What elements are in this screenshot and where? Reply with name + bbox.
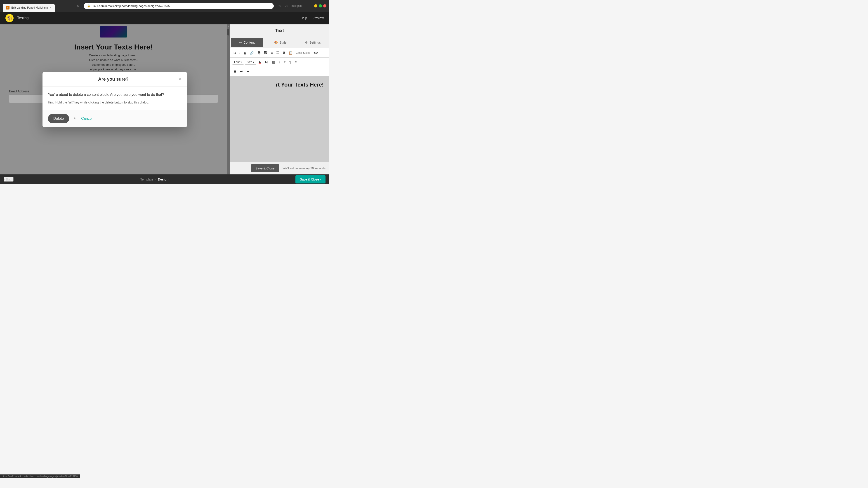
mailchimp-logo[interactable]: 🐒: [5, 14, 13, 22]
canvas-area: Insert Your Texts Here! Create a simple …: [0, 24, 230, 174]
preview-btn[interactable]: Preview: [312, 16, 324, 20]
browser-controls: ← → ↻: [62, 3, 80, 9]
maximize-btn[interactable]: □: [319, 4, 322, 7]
undo-btn[interactable]: ↩: [239, 69, 244, 74]
browser-actions: ☆ ▱ Incognito ⋮: [277, 3, 311, 9]
confirm-dialog: Are you sure? × You're about to delete a…: [42, 72, 187, 127]
back-btn[interactable]: ←: [62, 3, 67, 9]
tab-style[interactable]: 🎨 Style: [264, 37, 297, 48]
panel-preview-area: rt Your Texts Here!: [230, 76, 329, 162]
app-header: 🐒 Testing Help Preview: [0, 12, 329, 24]
font-label: Font: [234, 61, 240, 64]
panel-preview-text: rt Your Texts Here!: [232, 79, 327, 91]
main-layout: Insert Your Texts Here! Create a simple …: [0, 24, 329, 174]
copy-btn[interactable]: ⧉: [281, 50, 286, 56]
align-justify-btn[interactable]: ☰: [232, 69, 238, 74]
delete-button[interactable]: Delete: [48, 114, 69, 123]
modal-title: Are you sure?: [48, 76, 179, 82]
font-dropdown[interactable]: Font ▾: [232, 60, 244, 65]
modal-close-btn[interactable]: ×: [179, 76, 182, 82]
modal-hint: Hint: Hold the "alt" key while clicking …: [48, 100, 182, 105]
tab-close-btn[interactable]: ×: [50, 6, 52, 9]
font-size-up-btn[interactable]: A↑: [263, 59, 270, 65]
tab-favicon: 🐵: [6, 6, 9, 9]
indent-out-btn[interactable]: T: [283, 59, 287, 65]
size-dropdown[interactable]: Size ▾: [245, 60, 256, 65]
indent-btn[interactable]: ↓: [277, 59, 282, 65]
toolbar-row3: ☰ ↩ ↪: [230, 67, 329, 76]
code-btn[interactable]: </>: [312, 50, 319, 56]
incognito-label: Incognito: [290, 3, 303, 8]
active-tab[interactable]: 🐵 Edit Landing Page | Mailchimp ×: [3, 4, 55, 12]
save-close-green-btn[interactable]: Save & Close ›: [296, 175, 326, 184]
window-controls: _ □ ×: [314, 4, 327, 7]
style-tab-icon: 🎨: [274, 41, 278, 44]
modal-overlay: Are you sure? × You're about to delete a…: [0, 24, 230, 174]
app-header-right: Help Preview: [301, 16, 324, 20]
address-text: us21.admin.mailchimp.com/landing-pages/d…: [92, 4, 170, 8]
browser-tabs: 🐵 Edit Landing Page | Mailchimp × +: [3, 0, 58, 12]
breadcrumb: Template › Design: [141, 177, 168, 181]
unordered-list-btn[interactable]: ☰: [275, 50, 281, 56]
cancel-button[interactable]: Cancel: [81, 117, 92, 121]
cursor-indicator: ↖: [74, 116, 76, 121]
modal-footer: Delete ↖ Cancel: [42, 110, 187, 127]
close-btn[interactable]: ×: [323, 4, 327, 7]
link-btn[interactable]: 🔗: [248, 50, 255, 56]
align-right-btn[interactable]: ¶: [288, 59, 292, 65]
toolbar-row1: B I U 🔗 ⛓ 🖼 ≡ ☰ ⧉ 📋 Clear Styles </>: [230, 48, 329, 58]
app-header-left: 🐒 Testing: [5, 14, 29, 22]
font-color-btn[interactable]: A: [257, 59, 262, 65]
right-panel: Text ✏ Content 🎨 Style ⚙ Settings B I U …: [230, 24, 329, 174]
more-options-icon[interactable]: ⋮: [305, 3, 311, 9]
save-bar: Save & Close We'll autosave every 20 sec…: [230, 162, 329, 174]
content-tab-icon: ✏: [239, 41, 242, 44]
help-link[interactable]: Help: [301, 16, 307, 20]
underline-btn[interactable]: U: [243, 50, 248, 56]
clear-styles-btn[interactable]: Clear Styles: [295, 51, 311, 55]
size-label: Size: [247, 61, 252, 64]
align-left-btn[interactable]: ▤: [271, 59, 276, 65]
toolbar-row2: Font ▾ Size ▾ A A↑ ▤ ↓ T ¶ ≡: [230, 58, 329, 67]
ordered-list-btn[interactable]: ≡: [270, 50, 274, 56]
back-btn[interactable]: ‹ Back: [4, 177, 13, 182]
unlink-btn[interactable]: ⛓: [256, 50, 262, 56]
breadcrumb-arrow: ›: [155, 177, 156, 181]
lock-icon: 🔒: [87, 4, 90, 7]
app-title: Testing: [17, 16, 29, 20]
settings-tab-label: Settings: [309, 41, 321, 44]
minimize-btn[interactable]: _: [314, 4, 317, 7]
sidebar-icon[interactable]: ▱: [284, 3, 289, 9]
image-btn[interactable]: 🖼: [263, 50, 269, 56]
autosave-text: We'll autosave every 20 seconds: [283, 166, 326, 170]
paste-btn[interactable]: 📋: [287, 50, 294, 56]
italic-btn[interactable]: I: [238, 50, 242, 56]
tab-settings[interactable]: ⚙ Settings: [297, 37, 329, 48]
breadcrumb-design: Design: [158, 177, 168, 181]
bottom-bar: ‹ Back Template › Design Save & Close ›: [0, 174, 329, 184]
panel-tabs: ✏ Content 🎨 Style ⚙ Settings: [230, 37, 329, 48]
panel-title: Text: [230, 24, 329, 37]
refresh-btn[interactable]: ↻: [75, 3, 80, 9]
style-tab-label: Style: [279, 41, 286, 44]
settings-tab-icon: ⚙: [305, 41, 308, 44]
redo-btn[interactable]: ↪: [245, 69, 250, 74]
modal-message: You're about to delete a content block. …: [48, 92, 182, 97]
breadcrumb-template: Template: [141, 177, 153, 181]
modal-body: You're about to delete a content block. …: [42, 87, 187, 110]
modal-header: Are you sure? ×: [42, 72, 187, 87]
star-icon[interactable]: ☆: [277, 3, 282, 9]
new-tab-btn[interactable]: +: [56, 6, 58, 12]
tab-content[interactable]: ✏ Content: [231, 38, 264, 47]
browser-chrome: 🐵 Edit Landing Page | Mailchimp × + ← → …: [0, 0, 329, 12]
content-tab-label: Content: [243, 41, 254, 44]
address-bar[interactable]: 🔒 us21.admin.mailchimp.com/landing-pages…: [84, 3, 274, 9]
bold-btn[interactable]: B: [232, 50, 237, 56]
save-close-btn[interactable]: Save & Close: [251, 164, 279, 172]
more-btn[interactable]: ≡: [293, 59, 298, 65]
tab-title: Edit Landing Page | Mailchimp: [11, 6, 48, 9]
font-dropdown-icon: ▾: [241, 61, 242, 64]
size-dropdown-icon: ▾: [253, 61, 254, 64]
forward-btn[interactable]: →: [69, 3, 74, 9]
